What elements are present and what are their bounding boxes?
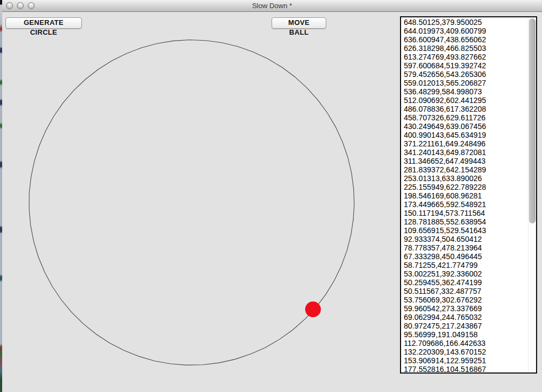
coordinate-line: 371.221161,649.248496 bbox=[404, 139, 527, 148]
coordinate-line: 112.709686,166.442633 bbox=[404, 339, 527, 348]
window-title: Slow Down * bbox=[2, 0, 542, 11]
traffic-lights bbox=[6, 2, 35, 9]
coordinate-line: 132.220309,143.670152 bbox=[404, 348, 527, 356]
coordinate-line: 78.778357,478.213964 bbox=[404, 243, 527, 252]
coordinate-line: 92.933374,504.650412 bbox=[404, 235, 527, 243]
coordinate-line: 512.090692,602.441295 bbox=[404, 96, 527, 105]
coordinate-line: 109.656915,529.541643 bbox=[404, 226, 527, 235]
coordinate-line: 559.012013,565.206827 bbox=[404, 79, 527, 87]
zoom-button[interactable] bbox=[28, 2, 35, 9]
coordinates-list[interactable]: 648.50125,379.950025644.019973,409.60079… bbox=[404, 18, 527, 372]
circle-outline bbox=[29, 40, 354, 365]
coordinate-line: 225.155949,622.789228 bbox=[404, 183, 527, 191]
ball[interactable] bbox=[305, 301, 321, 317]
coordinate-line: 613.274769,493.827662 bbox=[404, 53, 527, 61]
coordinate-line: 128.781885,552.638954 bbox=[404, 217, 527, 226]
coordinate-line: 311.346652,647.499443 bbox=[404, 157, 527, 165]
coordinate-line: 59.960542,273.337669 bbox=[404, 304, 527, 313]
scrollbar-thumb[interactable] bbox=[529, 18, 535, 223]
coordinate-line: 150.117194,573.711564 bbox=[404, 209, 527, 217]
coordinate-line: 173.449665,592.548921 bbox=[404, 200, 527, 209]
coordinate-line: 50.511567,332.487757 bbox=[404, 287, 527, 295]
coordinate-line: 458.707326,629.611726 bbox=[404, 113, 527, 122]
coordinate-line: 198.546169,608.96281 bbox=[404, 191, 527, 200]
desktop-edge bbox=[0, 0, 2, 392]
coordinate-line: 50.259455,362.474199 bbox=[404, 278, 527, 287]
list-scrollbar[interactable] bbox=[528, 17, 536, 372]
coordinate-line: 67.333298,450.496445 bbox=[404, 252, 527, 261]
coordinate-line: 69.062994,244.765032 bbox=[404, 313, 527, 322]
coordinate-line: 95.56999,191.049158 bbox=[404, 330, 527, 339]
titlebar[interactable]: Slow Down * bbox=[2, 0, 542, 12]
coordinate-line: 486.078836,617.362208 bbox=[404, 105, 527, 113]
canvas-area: GENERATE CIRCLE MOVE BALL 648.50125,379.… bbox=[2, 12, 542, 392]
coordinate-line: 648.50125,379.950025 bbox=[404, 18, 527, 27]
coordinate-line: 536.48299,584.998073 bbox=[404, 87, 527, 96]
coordinate-line: 597.600684,519.392742 bbox=[404, 61, 527, 70]
coordinates-listbox[interactable]: 648.50125,379.950025644.019973,409.60079… bbox=[400, 16, 537, 374]
coordinate-line: 281.839372,642.154289 bbox=[404, 165, 527, 174]
coordinate-line: 400.990143,645.634919 bbox=[404, 131, 527, 139]
coordinate-line: 58.71255,421.774799 bbox=[404, 261, 527, 269]
coordinate-line: 53.002251,392.336002 bbox=[404, 269, 527, 278]
coordinate-line: 636.600947,438.656062 bbox=[404, 35, 527, 44]
coordinate-line: 579.452656,543.265306 bbox=[404, 70, 527, 79]
coordinate-line: 644.019973,409.600799 bbox=[404, 27, 527, 35]
coordinate-line: 177.552816,104.516867 bbox=[404, 365, 527, 372]
coordinate-line: 626.318298,466.825503 bbox=[404, 44, 527, 53]
coordinate-line: 53.756069,302.676292 bbox=[404, 295, 527, 304]
coordinate-line: 153.906914,122.959251 bbox=[404, 356, 527, 365]
coordinate-line: 80.972475,217.243867 bbox=[404, 322, 527, 330]
app-window: Slow Down * GENERATE CIRCLE MOVE BALL 64… bbox=[2, 0, 542, 392]
coordinate-line: 341.240143,649.872081 bbox=[404, 148, 527, 157]
minimize-button[interactable] bbox=[17, 2, 24, 9]
close-button[interactable] bbox=[6, 2, 13, 9]
coordinate-line: 253.01313,633.890026 bbox=[404, 174, 527, 183]
coordinate-line: 430.249649,639.067456 bbox=[404, 122, 527, 131]
